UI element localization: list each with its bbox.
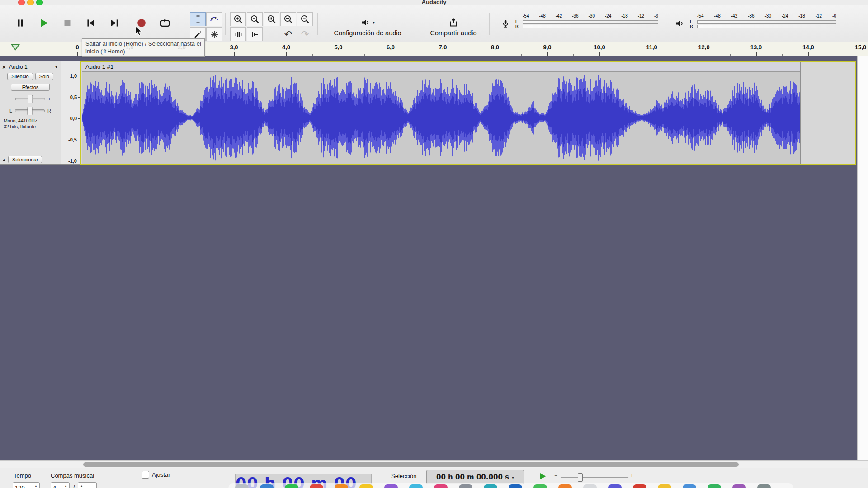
solo-button[interactable]: Solo xyxy=(35,73,53,80)
pan-slider[interactable] xyxy=(15,109,45,112)
zoom-to-selection-button[interactable] xyxy=(264,12,279,26)
dock-app-icon[interactable] xyxy=(310,484,323,488)
fit-project-button[interactable] xyxy=(280,12,296,26)
horizontal-scrollbar-thumb[interactable] xyxy=(83,462,739,467)
gain-slider-thumb[interactable] xyxy=(28,95,33,103)
dock-app-icon[interactable] xyxy=(558,484,572,488)
play-at-speed-button[interactable] xyxy=(535,469,550,483)
zoom-in-button[interactable] xyxy=(230,12,246,26)
recording-meter[interactable]: LR -54-48-42-36-30-24-18-12-6 xyxy=(494,14,661,34)
track-name[interactable]: Audio 1 xyxy=(9,64,54,70)
zoom-toggle-button[interactable] xyxy=(297,12,313,26)
play-icon xyxy=(38,17,50,29)
track-collapse-button[interactable]: ▲ xyxy=(2,157,6,162)
timeline-tick xyxy=(599,52,600,56)
snap-checkbox[interactable] xyxy=(142,471,149,479)
multi-tool-button[interactable] xyxy=(206,27,222,41)
dock-app-icon[interactable] xyxy=(533,484,547,488)
clip-header[interactable]: Audio 1 #1 xyxy=(82,62,800,72)
toolbar-spacer xyxy=(264,27,279,41)
undo-button[interactable]: ↶ xyxy=(280,27,296,41)
dock-app-icon[interactable] xyxy=(235,484,249,488)
playback-meter-bars xyxy=(697,20,836,29)
horizontal-scrollbar[interactable] xyxy=(0,460,868,468)
track-select-button[interactable]: Seleccionar xyxy=(8,156,42,163)
effects-button[interactable]: Efectos xyxy=(11,84,50,91)
tempo-label: Tempo xyxy=(14,472,31,479)
mute-button[interactable]: Silencio xyxy=(7,73,33,80)
meter-scale-label: -48 xyxy=(714,14,720,19)
dock-app-icon[interactable] xyxy=(260,484,274,488)
audio-clip[interactable]: Audio 1 #1 xyxy=(82,62,801,164)
skip-to-end-button[interactable] xyxy=(105,14,124,33)
selection-tool-button[interactable] xyxy=(190,12,206,26)
dock-app-icon[interactable] xyxy=(509,484,522,488)
dock-app-icon[interactable] xyxy=(384,484,398,488)
pan-slider-thumb[interactable] xyxy=(28,107,33,115)
dock-app-icon[interactable] xyxy=(459,484,472,488)
track-close-button[interactable]: × xyxy=(2,64,9,70)
stop-icon xyxy=(61,17,73,29)
dock-app-icon[interactable] xyxy=(434,484,448,488)
macos-dock[interactable] xyxy=(228,483,793,488)
time-signature-upper-field[interactable]: 4 ▲▼ xyxy=(51,482,70,488)
dock-app-icon[interactable] xyxy=(633,484,646,488)
dock-app-icon[interactable] xyxy=(757,484,771,488)
meter-scale-label: -12 xyxy=(816,14,822,19)
transport-toolbar xyxy=(11,14,175,33)
meter-scale-label: -42 xyxy=(556,14,562,19)
track-menu-button[interactable]: ▼ xyxy=(54,65,58,69)
meter-scale-label: -6 xyxy=(832,14,836,19)
track-canvas-background[interactable]: × Audio 1 ▼ Silencio Solo Efectos − + L … xyxy=(0,56,857,460)
timeline-label: 12,0 xyxy=(698,44,709,51)
dock-app-icon[interactable] xyxy=(683,484,696,488)
gain-slider[interactable] xyxy=(15,98,45,100)
dock-app-icon[interactable] xyxy=(658,484,671,488)
pencil-icon xyxy=(193,29,203,40)
playback-speed-slider[interactable] xyxy=(561,477,628,478)
timeline-tick xyxy=(77,52,78,56)
envelope-tool-button[interactable] xyxy=(206,12,222,26)
timeline-label: 15,0 xyxy=(855,44,866,51)
playback-meter[interactable]: LR -54-48-42-36-30-24-18-12-6 xyxy=(668,14,839,34)
tools-toolbar xyxy=(190,12,222,42)
dock-app-icon[interactable] xyxy=(285,484,298,488)
loop-button[interactable] xyxy=(156,14,175,33)
zoom-out-button[interactable] xyxy=(247,12,263,26)
speed-plus-label: + xyxy=(630,472,633,479)
dock-app-icon[interactable] xyxy=(484,484,497,488)
time-signature-lower-stepper[interactable]: ▲▼ xyxy=(80,484,83,488)
play-button[interactable] xyxy=(34,14,53,33)
skip-to-start-button[interactable] xyxy=(81,14,100,33)
trim-audio-button[interactable] xyxy=(230,27,246,41)
stop-button[interactable] xyxy=(58,14,77,33)
timeline-label: 8,0 xyxy=(491,44,499,51)
dock-app-icon[interactable] xyxy=(708,484,721,488)
playback-speed-thumb[interactable] xyxy=(578,473,583,482)
waveform-canvas[interactable] xyxy=(82,72,800,164)
vertical-scale-ruler[interactable]: 1,00,50,0-0,5-1,0 xyxy=(61,61,80,165)
time-signature-lower-field[interactable]: ▲▼ xyxy=(78,482,97,488)
silence-audio-button[interactable] xyxy=(247,27,263,41)
time-signature-stepper[interactable]: ▲▼ xyxy=(64,484,67,488)
pause-button[interactable] xyxy=(11,14,30,33)
redo-button[interactable]: ↷ xyxy=(297,27,313,41)
dock-app-icon[interactable] xyxy=(359,484,373,488)
selection-time-field[interactable]: 00 h 00 m 00.000 s ▾ xyxy=(426,470,524,484)
chevron-down-icon[interactable]: ▾ xyxy=(512,475,514,480)
dock-app-icon[interactable] xyxy=(335,484,348,488)
dock-app-icon[interactable] xyxy=(583,484,597,488)
tempo-field[interactable]: 120 ▲▼ xyxy=(13,482,40,488)
vertical-scrollbar[interactable] xyxy=(857,56,868,460)
share-audio-button[interactable]: Compartir audio xyxy=(420,13,486,41)
meter-channel-labels: LR xyxy=(690,19,693,28)
window-title: Audacity xyxy=(0,0,868,5)
dock-app-icon[interactable] xyxy=(608,484,622,488)
timeline-label: 3,0 xyxy=(230,44,238,51)
tempo-stepper[interactable]: ▲▼ xyxy=(34,484,38,488)
meter-scale-label: -42 xyxy=(731,14,737,19)
audio-setup-button[interactable]: ▾ Configuración de audio xyxy=(323,13,412,41)
dock-app-icon[interactable] xyxy=(732,484,746,488)
dock-app-icon[interactable] xyxy=(409,484,423,488)
track-content[interactable]: Audio 1 #1 xyxy=(80,61,856,165)
